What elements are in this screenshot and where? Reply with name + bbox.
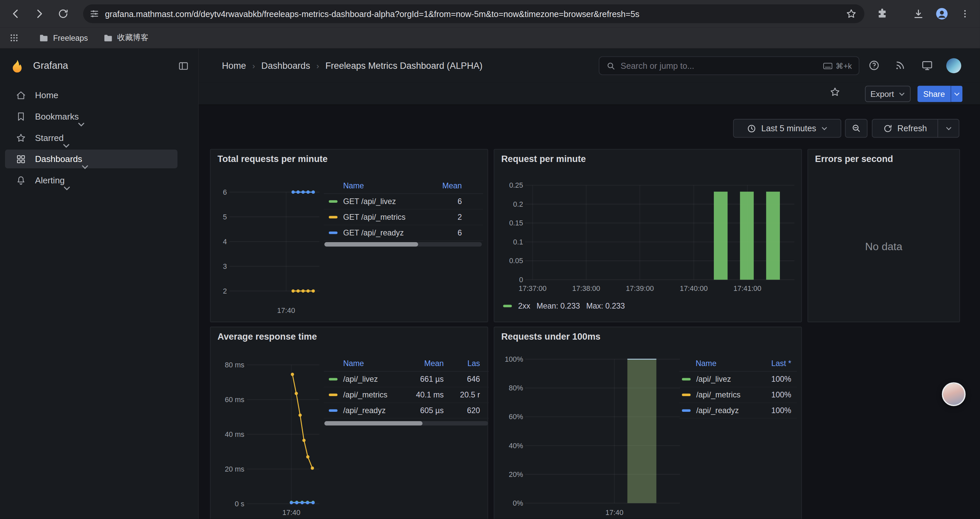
series-name[interactable]: /api/_livez bbox=[343, 375, 378, 383]
export-button[interactable]: Export bbox=[865, 86, 911, 102]
refresh-interval-dropdown[interactable] bbox=[938, 119, 960, 137]
user-avatar[interactable] bbox=[946, 58, 961, 73]
sidebar-item-home[interactable]: Home bbox=[0, 85, 198, 106]
dock-sidebar-icon[interactable] bbox=[178, 61, 189, 71]
series-last: 620 bbox=[444, 406, 480, 415]
zoom-out-time-button[interactable] bbox=[845, 119, 867, 137]
display-button[interactable] bbox=[921, 59, 933, 72]
refresh-button[interactable]: Refresh bbox=[872, 119, 938, 137]
series-name[interactable]: /api/_readyz bbox=[696, 406, 739, 415]
breadcrumb-home[interactable]: Home bbox=[222, 61, 246, 71]
series-mean: 2 bbox=[424, 213, 461, 222]
downloads-button[interactable] bbox=[908, 3, 929, 24]
share-button[interactable]: Share bbox=[918, 86, 951, 102]
bookmarks-bar: Freeleaps 收藏博客 bbox=[0, 27, 980, 49]
series-name[interactable]: /api/_livez bbox=[696, 375, 731, 383]
apps-grid-button[interactable] bbox=[6, 30, 21, 45]
scrollbar-thumb[interactable] bbox=[324, 242, 418, 246]
browser-menu-button[interactable] bbox=[954, 3, 976, 24]
scrollbar-thumb[interactable] bbox=[324, 421, 422, 425]
grafana-logo-icon bbox=[10, 58, 24, 73]
svg-text:20%: 20% bbox=[509, 471, 523, 479]
address-bar[interactable] bbox=[83, 4, 864, 23]
monitor-icon bbox=[921, 59, 933, 72]
legend-header-mean[interactable]: Mean bbox=[406, 359, 444, 368]
forward-button[interactable] bbox=[29, 3, 50, 24]
sidebar-item-dashboards[interactable]: Dashboards bbox=[0, 148, 198, 170]
breadcrumb-current: Freeleaps Metrics Dashboard (ALPHA) bbox=[325, 61, 482, 71]
legend-table: Name Mean Las /api/_livez 661 µs 646 /ap… bbox=[324, 355, 489, 418]
series-last: 100% bbox=[754, 406, 791, 415]
bookmark-freeleaps[interactable]: Freeleaps bbox=[34, 30, 93, 45]
legend-scrollbar[interactable] bbox=[324, 242, 482, 246]
series-swatch bbox=[329, 232, 337, 234]
sidebar-brand-row: Grafana bbox=[0, 49, 198, 83]
chevron-down-icon[interactable] bbox=[64, 186, 71, 191]
url-input[interactable] bbox=[105, 9, 843, 18]
breadcrumb: Home › Dashboards › Freeleaps Metrics Da… bbox=[222, 49, 482, 83]
grafana-home-link[interactable]: Grafana bbox=[10, 58, 68, 73]
breadcrumb-dashboards[interactable]: Dashboards bbox=[261, 61, 310, 71]
reload-button[interactable] bbox=[52, 3, 74, 24]
legend-table: Name Mean GET /api/_livez 6 GET /api/_me… bbox=[324, 178, 483, 241]
search-input[interactable] bbox=[621, 61, 818, 70]
legend-header-name[interactable]: Name bbox=[695, 359, 754, 368]
chevron-down-icon[interactable] bbox=[81, 164, 88, 170]
series-name[interactable]: GET /api/_livez bbox=[343, 197, 396, 206]
back-button[interactable] bbox=[5, 3, 26, 24]
svg-text:17:41:00: 17:41:00 bbox=[733, 284, 762, 292]
profile-avatar-icon bbox=[935, 7, 949, 21]
series-max: Max: 0.233 bbox=[586, 302, 625, 310]
chevron-down-icon[interactable] bbox=[62, 143, 70, 148]
sidebar-item-bookmarks[interactable]: Bookmarks bbox=[0, 106, 198, 127]
series-name[interactable]: 2xx bbox=[518, 302, 530, 310]
chevron-down-icon bbox=[945, 126, 951, 131]
share-split-button: Share bbox=[918, 86, 963, 102]
panel-title[interactable]: Requests under 100ms bbox=[501, 332, 600, 342]
legend-header-name[interactable]: Name bbox=[343, 181, 425, 190]
sidebar-item-starred[interactable]: Starred bbox=[0, 127, 198, 148]
keyboard-icon bbox=[823, 62, 832, 69]
profile-button[interactable] bbox=[931, 3, 953, 24]
svg-text:17:38:00: 17:38:00 bbox=[573, 284, 600, 292]
legend-header-name[interactable]: Name bbox=[343, 359, 406, 368]
panel-title[interactable]: Total requests per minute bbox=[218, 154, 328, 164]
panel-title[interactable]: Average response time bbox=[218, 332, 317, 342]
chevron-down-icon[interactable] bbox=[77, 122, 85, 127]
series-name[interactable]: /api/_readyz bbox=[343, 406, 386, 415]
assistant-avatar[interactable] bbox=[942, 382, 966, 406]
series-name[interactable]: /api/_metrics bbox=[696, 390, 740, 399]
sidebar-nav: Home Bookmarks Starred Dashboards Alerti bbox=[0, 83, 198, 191]
legend-scrollbar[interactable] bbox=[324, 421, 488, 425]
legend-header-last[interactable]: Las bbox=[444, 359, 480, 368]
series-swatch bbox=[503, 305, 512, 307]
news-button[interactable] bbox=[894, 59, 905, 71]
series-last: 100% bbox=[754, 390, 791, 399]
legend-header-last[interactable]: Last * bbox=[754, 359, 791, 368]
panel-title[interactable]: Errors per second bbox=[815, 154, 893, 164]
bookmark-blog-favorites[interactable]: 收藏博客 bbox=[98, 30, 153, 46]
time-range-picker[interactable]: Last 5 minutes bbox=[733, 119, 841, 137]
selected-highlight bbox=[5, 150, 177, 168]
help-button[interactable] bbox=[868, 59, 880, 72]
panel-errors-per-second: Errors per second No data bbox=[808, 149, 960, 322]
site-settings-icon[interactable] bbox=[89, 9, 99, 19]
sidebar-item-alerting[interactable]: Alerting bbox=[0, 170, 198, 191]
extensions-button[interactable] bbox=[871, 3, 892, 24]
series-name[interactable]: GET /api/_metrics bbox=[343, 213, 406, 222]
series-name[interactable]: /api/_metrics bbox=[343, 390, 388, 399]
svg-text:40%: 40% bbox=[509, 442, 523, 450]
share-dropdown-button[interactable] bbox=[951, 86, 963, 102]
dashboard-canvas: Last 5 minutes Refresh Total requests pe… bbox=[199, 105, 980, 519]
avg-response-chart: 80 ms60 ms40 ms20 ms0 s17:40 bbox=[210, 355, 323, 519]
favorite-dashboard-button[interactable] bbox=[829, 86, 841, 98]
series-name[interactable]: GET /api/_readyz bbox=[343, 228, 404, 237]
panel-title[interactable]: Request per minute bbox=[501, 154, 586, 164]
legend-row: /api/_livez 661 µs 646 bbox=[324, 372, 489, 387]
legend-header-mean[interactable]: Mean bbox=[424, 181, 461, 190]
search-box[interactable]: ⌘+k bbox=[599, 56, 859, 75]
refresh-label: Refresh bbox=[897, 124, 927, 133]
panel-total-requests: Total requests per minute 6543217:40 Nam… bbox=[210, 149, 488, 322]
dashboards-grid-icon bbox=[16, 153, 26, 164]
bookmark-page-button[interactable] bbox=[843, 6, 859, 22]
